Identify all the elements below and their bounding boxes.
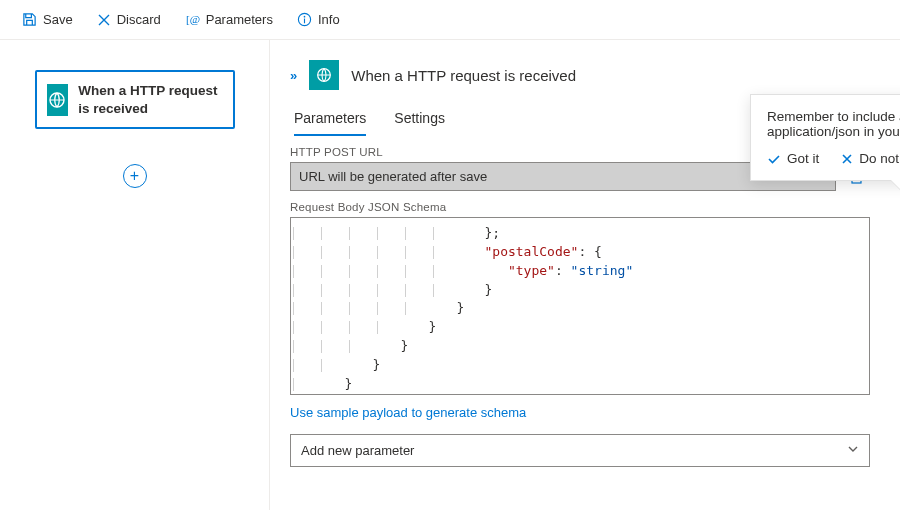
parameters-button[interactable]: [@] Parameters [175,6,283,33]
http-request-icon [47,84,69,116]
add-step-button[interactable]: + [123,164,147,188]
http-request-icon [309,60,339,90]
trigger-title: When a HTTP request is received [78,82,222,117]
chevron-down-icon [847,443,859,458]
toolbar: Save Discard [@] Parameters Info [0,0,900,40]
main: When a HTTP request is received + » When… [0,40,900,510]
details-panel: » When a HTTP request is received Parame… [270,40,900,510]
collapse-icon[interactable]: » [290,68,297,83]
parameters-label: Parameters [206,12,273,27]
got-it-button[interactable]: Got it [767,151,819,166]
panel-header: » When a HTTP request is received [290,60,870,90]
check-icon [767,152,781,166]
dont-show-label: Do not show again [859,151,900,166]
svg-text:[@]: [@] [186,13,200,25]
close-icon [97,13,111,27]
trigger-card[interactable]: When a HTTP request is received [35,70,235,129]
callout-actions: Got it Do not show again [767,151,900,166]
info-callout: Remember to include a Content-Type heade… [750,94,900,181]
save-button[interactable]: Save [12,6,83,33]
got-it-label: Got it [787,151,819,166]
sample-payload-link[interactable]: Use sample payload to generate schema [290,405,526,420]
plus-icon: + [130,167,139,185]
svg-point-2 [304,16,306,18]
close-icon [841,153,853,165]
save-label: Save [43,12,73,27]
add-parameter-label: Add new parameter [301,443,414,458]
dont-show-button[interactable]: Do not show again [841,151,900,166]
svg-rect-3 [304,19,305,24]
info-icon [297,12,312,27]
schema-label: Request Body JSON Schema [290,201,870,213]
panel-title: When a HTTP request is received [351,67,576,84]
add-parameter-dropdown[interactable]: Add new parameter [290,434,870,467]
discard-button[interactable]: Discard [87,6,171,33]
tab-settings[interactable]: Settings [394,102,445,136]
schema-editor[interactable]: }; "postalCode": { "type": "string" } } … [290,217,870,395]
callout-text: Remember to include a Content-Type heade… [767,109,900,139]
schema-content: }; "postalCode": { "type": "string" } } … [293,224,867,395]
info-button[interactable]: Info [287,6,350,33]
designer-canvas: When a HTTP request is received + [0,40,270,510]
tab-parameters[interactable]: Parameters [294,102,366,136]
parameters-icon: [@] [185,12,200,27]
save-icon [22,12,37,27]
info-label: Info [318,12,340,27]
discard-label: Discard [117,12,161,27]
